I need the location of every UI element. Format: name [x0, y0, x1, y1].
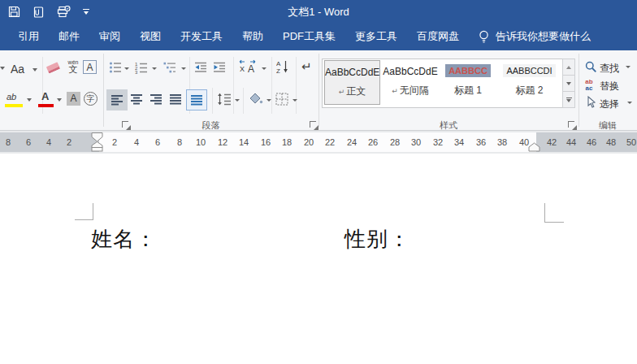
- document-page[interactable]: 姓名： 性别：: [0, 154, 637, 364]
- group-divider: [578, 54, 579, 127]
- styles-scroll-up-button[interactable]: [562, 58, 575, 76]
- replace-button[interactable]: ab ac: [582, 79, 596, 92]
- align-left-button[interactable]: [106, 89, 128, 110]
- chevron-down-icon[interactable]: [152, 67, 157, 70]
- tab-developer[interactable]: 开发工具: [171, 23, 232, 50]
- tab-mailings[interactable]: 邮件: [49, 23, 89, 50]
- left-indent-marker[interactable]: [92, 148, 102, 152]
- character-shading-button[interactable]: A: [67, 92, 80, 106]
- line-spacing-button[interactable]: [217, 93, 232, 109]
- ribbon-tab-bar: 引用 邮件 审阅 视图 开发工具 帮助 PDF工具集 更多工具 百度网盘 告诉我…: [0, 23, 637, 50]
- style-preview: AaBbCcDdE: [383, 66, 438, 77]
- chevron-down-icon[interactable]: [124, 67, 129, 70]
- tab-references[interactable]: 引用: [8, 23, 49, 50]
- multilevel-list-button[interactable]: [163, 61, 176, 77]
- styles-more-button[interactable]: [562, 92, 575, 108]
- replace-label[interactable]: 替换: [600, 80, 619, 93]
- align-right-button[interactable]: [150, 93, 162, 108]
- title-bar: 文档1 - Word: [0, 0, 637, 23]
- chevron-down-icon[interactable]: [627, 102, 632, 104]
- chevron-down-icon[interactable]: [57, 98, 62, 102]
- first-line-indent-marker[interactable]: [92, 133, 102, 142]
- change-case-button[interactable]: Aa: [11, 63, 24, 76]
- distribute-text-button[interactable]: [186, 89, 207, 110]
- ruler: 8 6 4 2 2 4 6 8 10 12 14 16 18 20 22 24 …: [0, 131, 637, 154]
- enclose-characters-button[interactable]: 字: [84, 92, 98, 106]
- clear-formatting-eraser-icon[interactable]: [46, 62, 60, 73]
- style-card-heading2[interactable]: AABBCCDI 标题 2: [498, 60, 561, 105]
- borders-button[interactable]: [275, 93, 288, 109]
- shading-button[interactable]: [249, 93, 263, 109]
- style-card-no-spacing[interactable]: AaBbCcDdE ↵无间隔: [383, 60, 438, 105]
- select-button[interactable]: [586, 96, 597, 111]
- triangle-down-icon: [566, 82, 571, 85]
- chevron-down-icon[interactable]: [292, 99, 297, 102]
- distribute-icon: [190, 94, 203, 106]
- style-preview: AABBCCDI: [503, 64, 555, 77]
- tab-view[interactable]: 视图: [130, 23, 171, 50]
- increase-indent-button[interactable]: [213, 61, 226, 77]
- chevron-down-icon[interactable]: [32, 68, 37, 72]
- window-title: 文档1 - Word: [0, 0, 637, 23]
- tab-review[interactable]: 审阅: [89, 23, 130, 50]
- margin-crop-mark: [93, 203, 93, 220]
- svg-text:A: A: [276, 60, 281, 67]
- text-highlight-button[interactable]: ab: [6, 92, 16, 102]
- font-color-bar: [38, 104, 54, 107]
- chevron-down-icon[interactable]: [181, 67, 186, 70]
- chevron-down-icon[interactable]: [626, 66, 630, 68]
- paragraph-dialog-launcher[interactable]: [310, 121, 316, 128]
- style-name: 无间隔: [400, 84, 429, 96]
- svg-text:A: A: [248, 63, 254, 74]
- find-label[interactable]: 查找: [600, 62, 619, 76]
- chevron-down-icon[interactable]: [27, 98, 32, 102]
- tell-me-box[interactable]: 告诉我你想要做什么: [478, 23, 591, 50]
- show-hide-marks-button[interactable]: ↵: [301, 59, 312, 74]
- bullets-button[interactable]: [109, 61, 122, 77]
- style-card-normal[interactable]: AaBbCcDdE ↵正文: [324, 60, 380, 105]
- divider: [212, 88, 213, 114]
- group-divider: [103, 54, 104, 127]
- style-card-heading1[interactable]: AABBCC 标题 1: [440, 60, 496, 105]
- asian-layout-icon: X A: [238, 59, 258, 74]
- editing-group-label: 编辑: [578, 119, 637, 132]
- svg-text:X: X: [240, 65, 245, 73]
- ribbon: Aa wén 文 A ab A A 字 1: [0, 50, 637, 131]
- decrease-indent-icon: [194, 61, 207, 74]
- tab-pdf-tools[interactable]: PDF工具集: [273, 23, 345, 50]
- sort-button[interactable]: A Z: [276, 59, 289, 77]
- phonetic-guide-button[interactable]: wén 文: [65, 59, 81, 74]
- gender-field-label: 性别：: [344, 225, 410, 254]
- numbering-button[interactable]: 1 2 3: [135, 61, 148, 78]
- chevron-down-icon[interactable]: [0, 67, 5, 70]
- decrease-indent-button[interactable]: [194, 61, 207, 77]
- character-border-button[interactable]: A: [83, 60, 97, 74]
- styles-scroll-down-button[interactable]: [562, 76, 575, 92]
- paragraph-style-icon: ↵: [392, 87, 398, 95]
- style-name: 标题 1: [440, 84, 496, 98]
- chevron-down-icon[interactable]: [266, 99, 271, 102]
- chevron-down-icon[interactable]: [235, 99, 240, 102]
- align-center-button[interactable]: [130, 93, 143, 108]
- select-label[interactable]: 选择: [600, 98, 619, 111]
- line-spacing-icon: [217, 93, 232, 106]
- numbered-list-icon: 1 2 3: [135, 61, 148, 75]
- right-indent-marker[interactable]: [529, 143, 540, 151]
- divider: [243, 88, 244, 114]
- highlight-color-bar: [5, 104, 23, 107]
- cursor-arrow-icon: [586, 96, 597, 108]
- tab-help[interactable]: 帮助: [232, 23, 273, 50]
- style-preview: AABBCC: [445, 64, 491, 77]
- tab-baidu-netdisk[interactable]: 百度网盘: [407, 23, 469, 50]
- styles-dialog-launcher[interactable]: [568, 121, 574, 128]
- tab-more-tools[interactable]: 更多工具: [345, 23, 407, 50]
- chevron-down-icon[interactable]: [262, 67, 266, 70]
- find-button[interactable]: [585, 61, 597, 76]
- justify-button[interactable]: [169, 93, 182, 108]
- asian-layout-button[interactable]: X A: [238, 59, 258, 77]
- tell-me-label: 告诉我你想要做什么: [496, 29, 591, 44]
- styles-gallery-scrollbar: [562, 58, 575, 108]
- bar-icon: [566, 98, 572, 98]
- hanging-indent-marker[interactable]: [92, 142, 102, 148]
- font-color-button[interactable]: A: [41, 90, 49, 102]
